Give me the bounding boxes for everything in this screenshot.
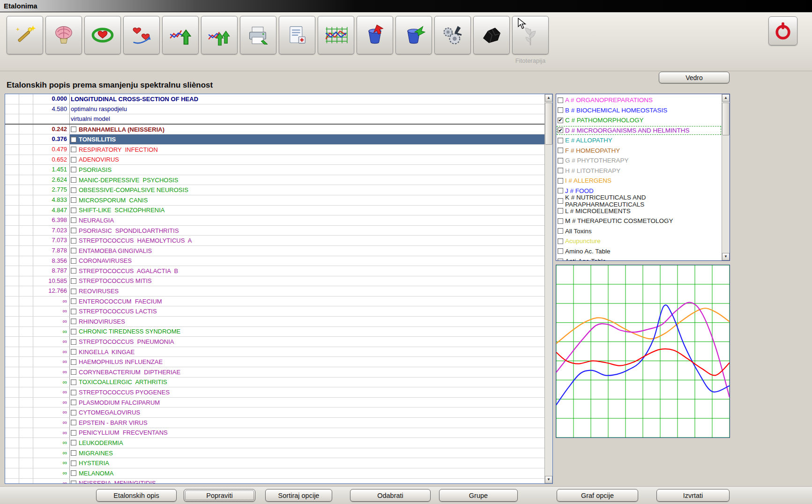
etalon-name-cell[interactable]: STREPTOCOCCUS HAEMOLYTICUS A — [70, 236, 544, 245]
etalon-name-cell[interactable]: MANIC-DEPRESSIVE PSYCHOSIS — [70, 175, 544, 185]
table-row-shift-like-schizophrenia[interactable]: 4.847SHIFT-LIKE SCHIZOPHRENIA — [5, 206, 544, 216]
row-checkbox[interactable] — [71, 440, 76, 445]
row-checkbox[interactable] — [71, 208, 76, 213]
table-row-branhamella-neisseria[interactable]: 0.242BRANHAMELLA (NEISSERIA) — [5, 125, 544, 135]
fitoterapija-button[interactable] — [512, 16, 549, 54]
category-m-therapeutic-cosmetology[interactable]: M # THERAPEUTIC COSMETOLOGY — [556, 216, 722, 226]
row-checkbox[interactable] — [71, 359, 76, 365]
category-checkbox[interactable] — [558, 248, 563, 254]
table-row-longitudinal-cross-section-of-head[interactable]: 0.000LONGITUDINAL CROSS-SECTION OF HEAD — [5, 94, 544, 104]
etalon-name-cell[interactable]: PSORIASIS — [70, 165, 544, 175]
chart-double-arrow-button[interactable] — [201, 16, 238, 54]
etalon-name-cell[interactable]: TONSILLITIS — [70, 134, 544, 144]
table-row-streptococcus-pyogenes[interactable]: ∞STREPTOCOCCUS PYOGENES — [5, 387, 544, 398]
category-g-phytotherapy[interactable]: G # PHYTOTHERAPY — [556, 156, 722, 166]
etalon-name-cell[interactable]: CORYNEBACTERIUM DIPTHERIAE — [70, 367, 544, 377]
table-row-streptococcus-pneumonia[interactable]: ∞STREPTOCOCCUS PNEUMONIA — [5, 337, 544, 347]
category-checkbox[interactable] — [558, 259, 563, 260]
scroll-thumb[interactable] — [722, 103, 730, 135]
table-row-epstein-barr-virus[interactable]: ∞EPSTEIN - BARR VIRUS — [5, 418, 544, 428]
category-i-allergens[interactable]: I # ALLERGENS — [556, 176, 722, 186]
category-checkbox[interactable] — [558, 228, 563, 234]
etalon-name-cell[interactable]: STREPTOCOCCUS AGALACTIA B — [70, 266, 544, 276]
row-checkbox[interactable] — [71, 258, 76, 264]
category-checkbox[interactable]: ✔ — [558, 118, 563, 123]
footer-button-popraviti[interactable]: Popraviti — [184, 489, 255, 502]
row-checkbox[interactable] — [71, 450, 76, 456]
scroll-thumb[interactable] — [545, 103, 552, 145]
row-checkbox[interactable] — [71, 430, 76, 436]
footer-button-sortiraj-opcije[interactable]: Sortiraj opcije — [265, 489, 332, 502]
etalon-name-cell[interactable]: NEISSERIA MENINGITIDIS — [70, 479, 544, 483]
etalon-name-cell[interactable]: MELANOMA — [70, 468, 544, 478]
etalon-name-cell[interactable]: PLASMODIUM FALCIPARUM — [70, 398, 544, 408]
row-checkbox[interactable] — [71, 217, 76, 223]
etalon-name-cell[interactable]: STREPTOCOCCUS PYOGENES — [70, 387, 544, 397]
row-checkbox[interactable] — [71, 248, 76, 253]
row-checkbox[interactable] — [71, 420, 76, 425]
vessel-red-button[interactable] — [357, 16, 393, 54]
category-checkbox[interactable] — [558, 148, 563, 153]
category-k-nutriceuticals-and-parapharmaceuticals[interactable]: K # NUTRICEUTICALS AND PARAPHARMACEUTICA… — [556, 196, 722, 206]
etalon-name-cell[interactable]: PENICYLLIUM FRECVENTANS — [70, 428, 544, 438]
category-c-pathomorphology[interactable]: ✔C # PATHOMORPHOLOGY — [556, 115, 722, 126]
row-checkbox[interactable] — [71, 309, 76, 314]
etalon-name-cell[interactable]: BRANHAMELLA (NEISSERIA) — [70, 125, 544, 134]
etalon-name-cell[interactable]: KINGELLA KINGAE — [70, 347, 544, 357]
row-checkbox[interactable] — [71, 329, 76, 334]
footer-button-etalonskih-opis[interactable]: Etalonskih opis — [96, 489, 177, 502]
etalon-name-cell[interactable]: NEURALGIA — [70, 215, 544, 225]
etalon-name-cell[interactable]: ENTAMOEBA GINGIVALIS — [70, 246, 544, 256]
table-row-optimalnu-raspodjelu[interactable]: 4.580optimalnu raspodjelu — [5, 104, 544, 115]
category-checkbox[interactable] — [558, 208, 563, 214]
table-row-penicyllium-frecventans[interactable]: ∞PENICYLLIUM FRECVENTANS — [5, 428, 544, 438]
etalon-name-cell[interactable]: optimalnu raspodjelu — [70, 104, 544, 114]
etalon-name-cell[interactable]: MICROSPORUM CANIS — [70, 195, 544, 205]
table-row-cytomegalovirus[interactable]: ∞CYTOMEGALOVIRUS — [5, 408, 544, 418]
etalon-name-cell[interactable]: MIGRAINES — [70, 448, 544, 458]
etalon-name-cell[interactable]: RESPIRATORY INFECTION — [70, 145, 544, 155]
row-checkbox[interactable] — [71, 228, 76, 233]
row-checkbox[interactable] — [71, 278, 76, 284]
table-row-haemophilus-influenzae[interactable]: ∞HAEMOPHILUS INFLUENZAE — [5, 357, 544, 367]
row-checkbox[interactable] — [71, 410, 76, 415]
footer-button-grupe[interactable]: Grupe — [439, 489, 518, 502]
scroll-track[interactable] — [545, 102, 552, 476]
etalon-name-cell[interactable]: REOVIRUSES — [70, 286, 544, 296]
brain-button[interactable] — [45, 16, 82, 54]
hearts-button[interactable] — [123, 16, 160, 54]
etalon-name-cell[interactable]: CYTOMEGALOVIRUS — [70, 408, 544, 417]
row-checkbox[interactable] — [71, 167, 76, 172]
etalon-name-cell[interactable]: STREPTOCOCCUS LACTIS — [70, 306, 544, 316]
row-checkbox[interactable] — [71, 460, 76, 466]
footer-button-odabrati[interactable]: Odabrati — [350, 489, 431, 502]
row-checkbox[interactable] — [71, 349, 76, 355]
etalon-name-cell[interactable]: EPSTEIN - BARR VIRUS — [70, 418, 544, 428]
row-checkbox[interactable] — [71, 268, 76, 274]
category-checkbox[interactable] — [558, 97, 563, 103]
footer-button-izvrtati[interactable]: Izvrtati — [656, 489, 730, 502]
etalon-name-cell[interactable]: RHINOVIRUSES — [70, 317, 544, 326]
table-row-coronaviruses[interactable]: 8.356CORONAVIRUSES — [5, 256, 544, 267]
table-row-corynebacterium-diptheriae[interactable]: ∞CORYNEBACTERIUM DIPTHERIAE — [5, 367, 544, 378]
category-checkbox[interactable] — [558, 107, 563, 113]
table-row-migraines[interactable]: ∞MIGRAINES — [5, 448, 544, 459]
power-button[interactable] — [768, 16, 797, 45]
table-row-rhinoviruses[interactable]: ∞RHINOVIRUSES — [5, 317, 544, 327]
etalon-name-cell[interactable]: LEUKODERMIA — [70, 438, 544, 448]
category-checkbox[interactable] — [558, 188, 563, 193]
grid-chart-button[interactable] — [318, 16, 354, 54]
category-checkbox[interactable] — [558, 218, 563, 224]
row-checkbox[interactable] — [71, 319, 76, 324]
etalon-name-cell[interactable]: ADENOVIRUS — [70, 155, 544, 165]
table-row-virtualni-model[interactable]: virtualni model — [5, 114, 544, 125]
etalon-name-cell[interactable]: SHIFT-LIKE SCHIZOPHRENIA — [70, 206, 544, 215]
category-amino-ac-table[interactable]: Amino Ac. Table — [556, 246, 722, 257]
notes-button[interactable] — [279, 16, 315, 54]
scroll-track[interactable] — [722, 102, 730, 253]
table-row-melanoma[interactable]: ∞MELANOMA — [5, 468, 544, 479]
etalon-name-cell[interactable]: OBSESSIVE-COMPALSIVE NEUROSIS — [70, 185, 544, 195]
row-checkbox[interactable] — [71, 177, 76, 183]
category-a-organopreparations[interactable]: A # ORGANOPREPARATIONS — [556, 95, 722, 105]
row-checkbox[interactable] — [71, 339, 76, 345]
